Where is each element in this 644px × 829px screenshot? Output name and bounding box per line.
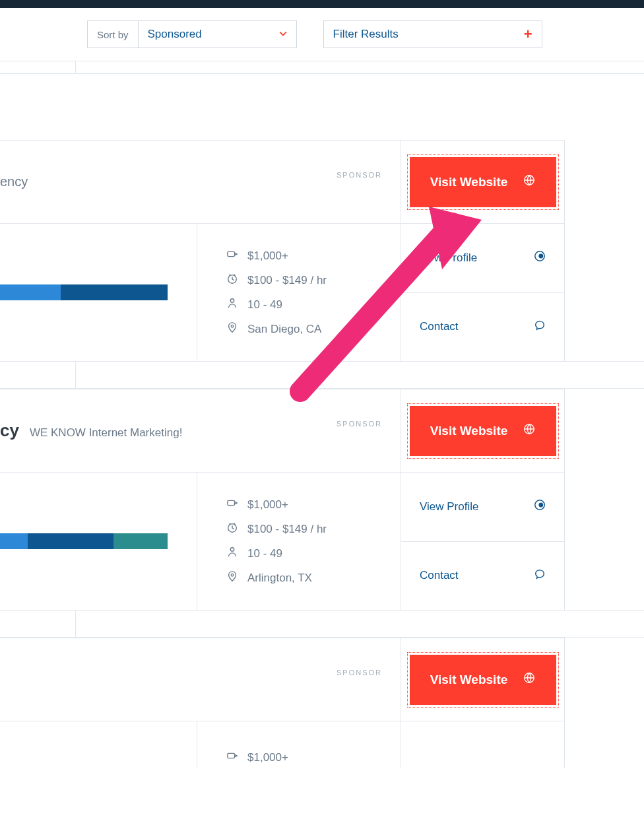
bar-segment — [0, 533, 28, 549]
chevron-down-icon — [279, 28, 287, 41]
listing-card: ency SPONSOR Visit Website — [0, 140, 565, 361]
divider-row — [0, 61, 644, 74]
visit-website-cell: Visit Website — [401, 141, 564, 223]
bar-segment — [61, 284, 168, 300]
tag-icon — [226, 750, 238, 765]
plus-icon: + — [524, 26, 532, 43]
listing-card: cy WE KNOW Internet Marketing! SPONSOR V… — [0, 389, 565, 610]
chat-icon — [534, 568, 546, 583]
info-location: Arlington, TX — [226, 570, 401, 585]
tag-icon — [226, 497, 238, 512]
visit-website-label: Visit Website — [430, 424, 508, 438]
chat-icon — [534, 319, 546, 335]
visit-website-label: Visit Website — [430, 175, 508, 189]
info-rate: $100 - $149 / hr — [226, 273, 401, 288]
bar-segment — [113, 533, 168, 549]
listing-head-left: SPONSOR — [0, 638, 401, 721]
listing-head-left: cy WE KNOW Internet Marketing! SPONSOR — [0, 389, 401, 472]
location-icon — [226, 321, 238, 337]
info-location: San Diego, CA — [226, 321, 401, 337]
sponsor-label: SPONSOR — [337, 420, 382, 428]
listing-title-fragment: cy — [0, 420, 19, 441]
listing-tagline: WE KNOW Internet Marketing! — [30, 426, 182, 440]
listing-head: SPONSOR Visit Website — [0, 638, 564, 721]
listing-head-left: ency SPONSOR — [0, 141, 401, 223]
sort-group: Sort by Sponsored — [87, 20, 297, 48]
info-rate: $100 - $149 / hr — [226, 521, 401, 537]
bar-segment — [28, 533, 113, 549]
listing-actions: w Profile Contact — [401, 224, 564, 361]
info-employees: 10 - 49 — [226, 297, 401, 312]
top-nav-bar — [0, 0, 644, 8]
controls-bar: Sort by Sponsored Filter Results + — [0, 8, 644, 61]
visit-website-outline: Visit Website — [407, 154, 559, 210]
sponsor-label: SPONSOR — [337, 669, 382, 677]
listing-body: $1,000+ $100 - $149 / hr 10 - 49 San Die… — [0, 224, 564, 361]
visit-website-cell: Visit Website — [401, 389, 564, 472]
visit-website-button[interactable]: Visit Website — [410, 406, 556, 456]
visit-website-cell: Visit Website — [401, 638, 564, 721]
contact-button[interactable]: Contact — [401, 541, 564, 611]
listing-title-fragment: ency — [0, 174, 28, 189]
listing-body: $1,000+ $100 - $149 / hr 10 - 49 Arlingt… — [0, 473, 564, 610]
profile-icon — [534, 499, 546, 514]
divider-row — [0, 361, 644, 389]
person-icon — [226, 546, 238, 561]
visit-website-label: Visit Website — [430, 673, 508, 687]
view-profile-button[interactable]: w Profile — [401, 224, 564, 292]
listing-body: $1,000+ — [0, 721, 564, 768]
clock-icon — [226, 521, 238, 537]
info-budget: $1,000+ — [226, 750, 401, 765]
svg-point-12 — [230, 548, 234, 551]
location-icon — [226, 570, 238, 585]
sort-label: Sort by — [88, 29, 138, 40]
bar-segment — [0, 284, 61, 300]
divider-left — [0, 362, 76, 388]
filter-label: Filter Results — [333, 28, 399, 41]
globe-icon — [523, 672, 535, 687]
listing-chart — [0, 721, 197, 768]
listing-actions: View Profile Contact — [401, 473, 564, 610]
view-profile-button[interactable]: View Profile — [401, 473, 564, 541]
svg-point-3 — [230, 299, 234, 302]
tag-icon — [226, 248, 238, 263]
service-bar — [0, 533, 168, 549]
listing-head: cy WE KNOW Internet Marketing! SPONSOR V… — [0, 389, 564, 473]
listing-chart — [0, 473, 197, 610]
svg-point-13 — [231, 574, 234, 576]
globe-icon — [523, 423, 535, 438]
info-budget: $1,000+ — [226, 497, 401, 512]
person-icon — [226, 297, 238, 312]
visit-website-outline: Visit Website — [407, 403, 559, 459]
divider-left — [0, 611, 76, 637]
listing-info: $1,000+ $100 - $149 / hr 10 - 49 Arlingt… — [197, 473, 401, 610]
sort-value: Sponsored — [148, 28, 202, 41]
profile-icon — [534, 250, 546, 265]
visit-website-button[interactable]: Visit Website — [410, 157, 556, 207]
listing-chart — [0, 224, 197, 361]
svg-rect-10 — [228, 500, 235, 505]
divider-row — [0, 610, 644, 638]
divider-left — [0, 61, 76, 73]
filter-select[interactable]: Filter Results + — [323, 20, 542, 48]
svg-point-15 — [539, 504, 542, 507]
listing-head: ency SPONSOR Visit Website — [0, 141, 564, 224]
svg-rect-17 — [228, 753, 235, 758]
listing-card: SPONSOR Visit Website $1,000+ — [0, 638, 565, 768]
visit-website-outline: Visit Website — [407, 652, 559, 708]
svg-point-4 — [231, 325, 234, 327]
listing-actions — [401, 721, 564, 768]
info-employees: 10 - 49 — [226, 546, 401, 561]
info-budget: $1,000+ — [226, 248, 401, 263]
sort-select[interactable]: Sponsored — [138, 21, 296, 48]
visit-website-button[interactable]: Visit Website — [410, 655, 556, 705]
svg-rect-1 — [228, 251, 235, 256]
listing-info: $1,000+ $100 - $149 / hr 10 - 49 San Die… — [197, 224, 401, 361]
listing-info: $1,000+ — [197, 721, 401, 768]
sponsor-label: SPONSOR — [337, 171, 382, 179]
globe-icon — [523, 174, 535, 189]
contact-button[interactable]: Contact — [401, 292, 564, 362]
service-bar — [0, 284, 168, 300]
svg-point-6 — [539, 255, 542, 258]
clock-icon — [226, 273, 238, 288]
